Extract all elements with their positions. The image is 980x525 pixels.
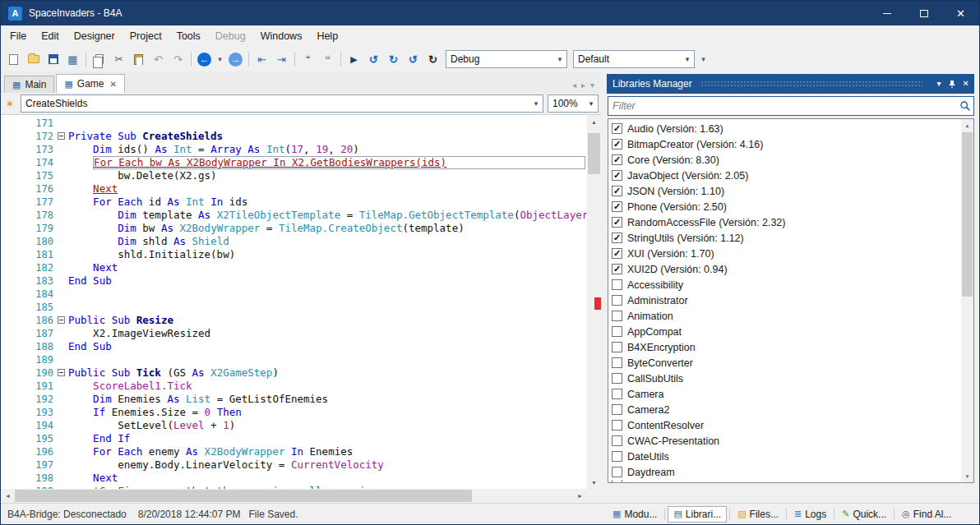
copy-button[interactable] [90, 50, 109, 68]
tab-scroll-right-button[interactable]: ▸ [581, 81, 585, 90]
library-item[interactable]: Administrator [612, 292, 961, 308]
save-button[interactable] [44, 50, 62, 68]
checkbox-unchecked-icon[interactable] [612, 342, 622, 352]
list-vertical-scrollbar[interactable]: ▲ ▼ [961, 119, 973, 482]
scroll-up-button[interactable]: ▲ [587, 115, 601, 128]
library-item[interactable]: ✓XUI (Versión: 1.70) [612, 246, 961, 261]
fold-collapse-icon[interactable] [58, 369, 65, 376]
code-line[interactable]: 186Public Sub Resize [1, 314, 587, 327]
code-line[interactable]: 191 ScoreLabel1.Tick [1, 380, 587, 393]
code-line[interactable]: 173 Dim ids() As Int = Array As Int(17, … [1, 143, 587, 156]
maximize-button[interactable] [905, 1, 942, 25]
library-item[interactable]: ByteConverter [612, 355, 961, 371]
scroll-right-button[interactable]: ► [573, 489, 587, 502]
menu-debug[interactable]: Debug [208, 27, 253, 45]
library-filter-input[interactable] [608, 100, 957, 112]
navigate-back-button[interactable]: ← [195, 50, 214, 68]
comment-button[interactable]: ❝ [298, 50, 317, 68]
panel-tab-quick[interactable]: ✎Quick... [837, 506, 891, 523]
code-line[interactable]: 183End Sub [1, 274, 587, 288]
library-item[interactable]: Animation [612, 308, 961, 324]
code-editor[interactable]: 171172Private Sub CreateShields173 Dim i… [1, 115, 601, 503]
tab-list-button[interactable]: ▾ [590, 81, 594, 90]
library-item[interactable]: ✓Phone (Versión: 2.50) [612, 199, 961, 214]
library-item[interactable]: CallSubUtils [612, 371, 961, 386]
checkbox-unchecked-icon[interactable] [612, 420, 622, 431]
checkbox-checked-icon[interactable]: ✓ [612, 139, 622, 150]
code-line[interactable]: 197 enemy.Body.LinearVelocity = CurrentV… [1, 458, 587, 472]
code-line[interactable]: 177 For Each id As Int In ids [1, 196, 587, 209]
build-mode-select[interactable]: Debug ▾ [446, 50, 567, 68]
close-button[interactable]: ✕ [942, 1, 979, 25]
checkbox-unchecked-icon[interactable] [612, 451, 622, 462]
search-button[interactable] [957, 100, 973, 112]
panel-tab-files[interactable]: ▧Files... [733, 506, 784, 523]
code-line[interactable]: 192 Dim Enemies As List = GetListOfEnemi… [1, 393, 587, 406]
checkbox-checked-icon[interactable]: ✓ [612, 154, 622, 165]
library-item[interactable]: Daydream [612, 464, 961, 480]
checkbox-checked-icon[interactable]: ✓ [612, 248, 622, 259]
panel-pin-button[interactable] [948, 80, 956, 89]
library-item[interactable]: Camera2 [612, 402, 961, 417]
library-item[interactable]: ✓BitmapCreator (Versión: 4.16) [612, 136, 961, 152]
checkbox-unchecked-icon[interactable] [612, 357, 622, 368]
library-item[interactable]: ✓Audio (Versión: 1.63) [612, 121, 961, 136]
menu-tools[interactable]: Tools [169, 27, 208, 45]
code-line[interactable]: 174 For Each bw As X2BodyWrapper In X2.G… [1, 156, 587, 169]
code-line[interactable]: 181 shld.Initialize(bw) [1, 248, 587, 261]
fold-collapse-icon[interactable] [58, 316, 65, 324]
library-item[interactable]: B4XEncryption [612, 339, 961, 355]
open-project-button[interactable] [24, 50, 43, 68]
menu-help[interactable]: Help [309, 27, 345, 45]
library-item[interactable]: ✓JavaObject (Versión: 2.05) [612, 168, 961, 183]
editor-horizontal-scrollbar[interactable]: ◄ ► [1, 489, 587, 503]
checkbox-unchecked-icon[interactable] [612, 467, 622, 477]
checkbox-checked-icon[interactable]: ✓ [612, 170, 622, 181]
library-item[interactable]: ✓RandomAccessFile (Versión: 2.32) [612, 214, 961, 230]
code-line[interactable]: 178 Dim template As X2TileObjectTemplate… [1, 209, 587, 222]
fold-collapse-icon[interactable] [58, 132, 65, 140]
new-module-button[interactable] [4, 50, 23, 68]
checkbox-checked-icon[interactable]: ✓ [612, 201, 622, 212]
sub-navigator-select[interactable]: CreateShields ▾ [21, 94, 543, 113]
code-line[interactable]: 180 Dim shld As Shield [1, 235, 587, 248]
code-line[interactable]: 187 X2.ImageViewResized [1, 327, 587, 340]
undo-button[interactable]: ↶ [149, 50, 168, 68]
code-line[interactable]: 194 SetLevel(Level + 1) [1, 419, 587, 432]
code-line[interactable]: 172Private Sub CreateShields [1, 130, 587, 143]
scroll-down-button[interactable]: ▼ [961, 470, 973, 482]
vertical-scroll-thumb[interactable] [588, 133, 600, 174]
checkbox-unchecked-icon[interactable] [612, 404, 622, 415]
redo-button[interactable]: ↷ [169, 50, 187, 68]
checkbox-checked-icon[interactable]: ✓ [612, 264, 622, 274]
library-item[interactable]: Accessibility [612, 277, 961, 292]
restart-button[interactable]: ↻ [423, 50, 442, 68]
code-line[interactable]: 185 [1, 301, 587, 314]
code-line[interactable]: 198 Next [1, 472, 587, 485]
panel-tab-libraries[interactable]: ▤Librari... [668, 506, 727, 523]
code-line[interactable]: 182 Next [1, 261, 587, 274]
code-line[interactable]: 184 [1, 288, 587, 301]
tab-scroll-left-button[interactable]: ◂ [572, 81, 576, 90]
toolbar-overflow-button[interactable]: ▾ [698, 50, 709, 68]
code-line[interactable]: 179 Dim bw As X2BodyWrapper = TileMap.Cr… [1, 222, 587, 235]
menu-project[interactable]: Project [122, 27, 169, 45]
code-line[interactable]: 188End Sub [1, 340, 587, 353]
paste-button[interactable] [129, 50, 148, 68]
code-line[interactable]: 189 [1, 353, 587, 366]
tab-game[interactable]: ▦Game✕ [56, 74, 124, 93]
library-item[interactable]: Camera [612, 386, 961, 402]
panel-tab-find-all[interactable]: ◎Find Al... [897, 506, 956, 523]
zoom-select[interactable]: 100% ▾ [548, 94, 599, 113]
outdent-button[interactable]: ⇤ [252, 50, 271, 68]
menu-edit[interactable]: Edit [34, 27, 67, 45]
code-line[interactable]: 195 End If [1, 432, 587, 445]
indent-button[interactable]: ⇥ [272, 50, 291, 68]
scroll-up-button[interactable]: ▲ [961, 119, 973, 131]
uncomment-button[interactable]: ❝ [318, 50, 337, 68]
code-line[interactable]: 176 Next [1, 182, 587, 196]
panel-menu-button[interactable]: ▾ [937, 80, 941, 88]
panel-tab-modules[interactable]: ▦Modu... [608, 506, 662, 523]
rapid-debug-button[interactable]: ↺ [364, 50, 383, 68]
library-item[interactable] [612, 480, 961, 483]
